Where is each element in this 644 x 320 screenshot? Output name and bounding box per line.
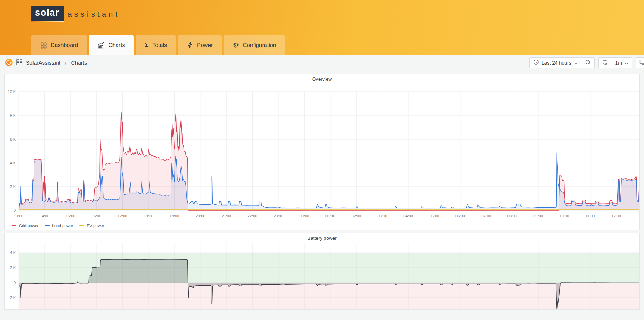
svg-text:05:00: 05:00 (430, 214, 439, 218)
refresh-interval-picker[interactable]: 1m (612, 57, 632, 68)
tv-mode-button[interactable] (636, 57, 644, 68)
battery-chart-canvas[interactable]: -2 K02 K4 K (5, 243, 639, 309)
svg-text:18:00: 18:00 (144, 214, 153, 218)
svg-text:2 K: 2 K (10, 185, 16, 189)
sigma-icon: Σ (145, 42, 148, 49)
svg-text:07:00: 07:00 (481, 214, 491, 218)
svg-text:8 K: 8 K (10, 113, 16, 118)
svg-text:00:00: 00:00 (300, 214, 309, 218)
svg-text:01:00: 01:00 (325, 214, 335, 218)
tab-charts[interactable]: Charts (89, 35, 134, 55)
svg-text:0: 0 (14, 281, 16, 285)
tab-totals[interactable]: ΣTotals (136, 35, 176, 55)
svg-text:2 K: 2 K (10, 266, 16, 270)
breadcrumb-bar: SolarAssistant / Charts Last 24 hours (0, 55, 644, 70)
svg-text:04:00: 04:00 (403, 214, 413, 218)
clock-icon (533, 59, 539, 66)
tv-icon (639, 59, 644, 66)
refresh-button[interactable] (598, 57, 612, 68)
legend-label: PV power (87, 224, 104, 228)
svg-text:20:00: 20:00 (196, 214, 205, 218)
app-header: solar assistant DashboardChartsΣTotalsPo… (0, 0, 644, 55)
dashboard-grid-icon (41, 42, 47, 49)
svg-text:10:00: 10:00 (559, 214, 569, 218)
svg-text:16:00: 16:00 (92, 214, 101, 218)
chevron-down-icon (625, 60, 628, 66)
svg-text:-2 K: -2 K (9, 296, 16, 300)
battery-panel-title[interactable]: Battery power (5, 233, 639, 243)
bar-chart-icon (98, 42, 104, 49)
svg-text:23:00: 23:00 (273, 214, 283, 218)
grafana-logo[interactable] (5, 58, 13, 68)
logo-solar-block: solar (31, 6, 64, 22)
tab-dashboard[interactable]: Dashboard (31, 35, 87, 55)
logo-assistant-text: assistant (68, 10, 120, 22)
legend-label: Grid power (19, 224, 38, 228)
svg-text:4 K: 4 K (10, 161, 16, 165)
lightning-icon (187, 42, 193, 49)
svg-text:13:00: 13:00 (14, 214, 23, 218)
svg-text:4 K: 4 K (10, 251, 16, 255)
breadcrumb-separator: / (65, 60, 66, 66)
svg-text:0: 0 (14, 208, 16, 213)
overview-panel: Overview 02 K4 K6 K8 K10 K13:0014:0015:0… (4, 74, 640, 230)
svg-text:22:00: 22:00 (248, 214, 257, 218)
tab-label: Configuration (243, 42, 276, 49)
svg-text:02:00: 02:00 (351, 214, 361, 218)
svg-text:6 K: 6 K (10, 137, 16, 141)
overview-panel-title[interactable]: Overview (5, 74, 639, 83)
svg-text:17:00: 17:00 (118, 214, 127, 218)
svg-text:21:00: 21:00 (221, 214, 231, 218)
logo-underline (31, 21, 64, 22)
refresh-group: 1m (598, 57, 632, 68)
zoom-out-icon (585, 59, 591, 66)
zoom-out-button[interactable] (581, 57, 595, 68)
tab-label: Charts (108, 42, 125, 49)
tab-label: Totals (152, 42, 167, 49)
battery-power-panel: Battery power -2 K02 K4 K (4, 233, 640, 310)
app-logo: solar assistant (31, 6, 120, 22)
time-range-label: Last 24 hours (542, 60, 571, 66)
svg-text:08:00: 08:00 (507, 214, 517, 218)
overview-legend: Grid powerLoad powerPV power (5, 223, 639, 230)
svg-text:14:00: 14:00 (40, 214, 50, 218)
main-nav-tabs: DashboardChartsΣTotalsPower⚙Configuratio… (31, 35, 285, 55)
legend-swatch (12, 225, 16, 226)
legend-item-grid-power[interactable]: Grid power (12, 224, 38, 228)
time-range-group: Last 24 hours (529, 57, 595, 68)
svg-text:03:00: 03:00 (378, 214, 387, 218)
breadcrumb: SolarAssistant / Charts (5, 58, 87, 68)
legend-label: Load power (52, 224, 73, 228)
overview-chart-canvas[interactable]: 02 K4 K6 K8 K10 K13:0014:0015:0016:0017:… (5, 83, 639, 223)
refresh-icon (602, 59, 608, 66)
logo-solar-text: solar (31, 6, 64, 21)
legend-item-pv-power[interactable]: PV power (79, 224, 104, 228)
svg-text:12:00: 12:00 (611, 214, 621, 218)
dashboard-toolbar: Last 24 hours (529, 57, 644, 68)
dashboards-grid-icon[interactable] (16, 59, 22, 67)
tab-power[interactable]: Power (178, 35, 222, 55)
legend-item-load-power[interactable]: Load power (45, 224, 73, 228)
svg-text:15:00: 15:00 (66, 214, 75, 218)
legend-swatch (45, 225, 50, 226)
breadcrumb-dashboard-name[interactable]: SolarAssistant (26, 60, 60, 66)
legend-swatch (79, 225, 84, 226)
svg-text:11:00: 11:00 (585, 214, 595, 218)
svg-text:06:00: 06:00 (455, 214, 465, 218)
time-range-picker[interactable]: Last 24 hours (529, 57, 581, 68)
tab-label: Power (197, 42, 213, 49)
svg-text:09:00: 09:00 (533, 214, 543, 218)
refresh-interval-label: 1m (615, 60, 622, 66)
breadcrumb-page-name[interactable]: Charts (71, 60, 87, 66)
dashboard-content: Overview 02 K4 K6 K8 K10 K13:0014:0015:0… (0, 70, 644, 313)
chevron-down-icon (574, 60, 578, 66)
svg-text:19:00: 19:00 (170, 214, 180, 218)
tab-configuration[interactable]: ⚙Configuration (224, 35, 285, 55)
tab-label: Dashboard (51, 42, 78, 49)
svg-text:10 K: 10 K (8, 90, 16, 94)
